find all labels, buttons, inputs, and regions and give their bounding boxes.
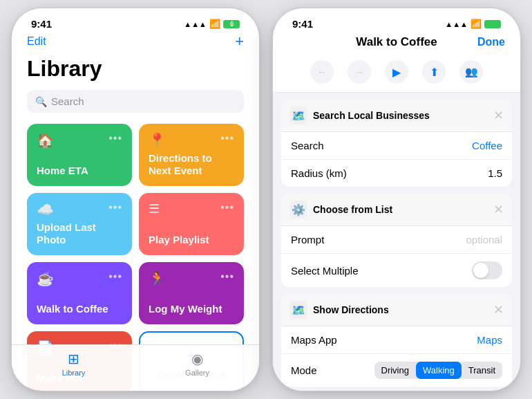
left-phone: 9:41 ▲▲▲ 📶 ὐ‍ Edit + Library 🔍 Search 🏠 … bbox=[11, 8, 260, 391]
maps-app-label: Maps App bbox=[291, 334, 337, 346]
maps-app-value[interactable]: Maps bbox=[477, 334, 502, 346]
mode-buttons: Driving Walking Transit bbox=[374, 362, 502, 379]
shortcut-directions[interactable]: 📍 ••• Directions to Next Event bbox=[139, 124, 244, 186]
share-button[interactable]: ⬆ bbox=[422, 60, 446, 84]
transit-button[interactable]: Transit bbox=[462, 362, 502, 379]
done-button[interactable]: Done bbox=[477, 36, 505, 48]
home-eta-menu[interactable]: ••• bbox=[108, 132, 122, 145]
play-button[interactable]: ▶ bbox=[385, 60, 408, 84]
battery-icon: ὐ‍ bbox=[223, 20, 240, 28]
library-search[interactable]: 🔍 Search bbox=[27, 90, 244, 113]
upload-photo-icon: ☁️ bbox=[37, 201, 54, 218]
play-playlist-label: Play Playlist bbox=[149, 234, 234, 247]
search-local-title: Search Local Businesses bbox=[313, 110, 430, 121]
search-icon: 🔍 bbox=[35, 96, 47, 107]
upload-photo-menu[interactable]: ••• bbox=[108, 201, 122, 214]
action-choose-list: ⚙️ Choose from List ✕ Prompt optional Se… bbox=[281, 194, 512, 287]
right-status-bar: 9:41 ▲▲▲ 📶 bbox=[273, 8, 520, 33]
show-directions-close[interactable]: ✕ bbox=[493, 302, 504, 317]
search-value[interactable]: Coffee bbox=[472, 140, 502, 151]
play-playlist-icon: ☰ bbox=[149, 201, 160, 216]
directions-header-left: 🗺️ Show Directions bbox=[289, 301, 389, 319]
select-multiple-row: Select Multiple bbox=[281, 254, 512, 287]
home-eta-label: Home ETA bbox=[37, 165, 122, 178]
action-search-local: 🗺️ Search Local Businesses ✕ Search Coff… bbox=[281, 100, 512, 187]
choose-list-icon: ⚙️ bbox=[289, 201, 307, 219]
search-row: Search Coffee bbox=[281, 132, 512, 160]
tab-bar: ⊞ Library ◉ Gallery bbox=[12, 344, 259, 391]
phones-container: 9:41 ▲▲▲ 📶 ὐ‍ Edit + Library 🔍 Search 🏠 … bbox=[11, 8, 521, 391]
show-directions-title: Show Directions bbox=[313, 304, 389, 315]
shortcut-walk-coffee[interactable]: ☕ ••• Walk to Coffee bbox=[27, 262, 132, 324]
search-label: Search bbox=[291, 140, 324, 151]
right-wifi-icon: 📶 bbox=[471, 19, 482, 29]
shortcut-log-weight[interactable]: 🏃 ••• Log My Weight bbox=[139, 262, 244, 324]
walking-button[interactable]: Walking bbox=[416, 362, 462, 379]
redo-button[interactable]: → bbox=[348, 60, 371, 84]
directions-menu[interactable]: ••• bbox=[220, 132, 234, 145]
signal-icon: ▲▲▲ bbox=[184, 20, 207, 28]
action-search-local-header: 🗺️ Search Local Businesses ✕ bbox=[281, 100, 512, 132]
choose-header-left: ⚙️ Choose from List bbox=[289, 201, 392, 219]
driving-button[interactable]: Driving bbox=[374, 362, 416, 379]
left-status-icons: ▲▲▲ 📶 ὐ‍ bbox=[184, 19, 240, 29]
action-header-left: 🗺️ Search Local Businesses bbox=[289, 106, 430, 124]
editor-toolbar: ← → ▶ ⬆ 👥 bbox=[273, 56, 520, 93]
search-local-icon: 🗺️ bbox=[289, 106, 307, 124]
right-signal-icon: ▲▲▲ bbox=[445, 20, 468, 28]
log-weight-label: Log My Weight bbox=[149, 303, 234, 316]
action-show-directions: 🗺️ Show Directions ✕ Maps App Maps Mode … bbox=[281, 294, 512, 387]
radius-row: Radius (km) 1.5 bbox=[281, 160, 512, 187]
search-local-close[interactable]: ✕ bbox=[493, 108, 504, 123]
right-time: 9:41 bbox=[292, 18, 313, 30]
mode-label: Mode bbox=[291, 364, 317, 376]
select-multiple-label: Select Multiple bbox=[291, 265, 359, 277]
library-tab-icon: ⊞ bbox=[68, 351, 79, 367]
upload-photo-label: Upload Last Photo bbox=[37, 221, 122, 248]
radius-value[interactable]: 1.5 bbox=[488, 167, 502, 179]
directions-label: Directions to Next Event bbox=[149, 152, 234, 178]
action-choose-header: ⚙️ Choose from List ✕ bbox=[281, 194, 512, 226]
tab-library[interactable]: ⊞ Library bbox=[12, 351, 135, 377]
walk-coffee-menu[interactable]: ••• bbox=[108, 270, 122, 283]
show-directions-icon: 🗺️ bbox=[289, 301, 307, 319]
undo-button[interactable]: ← bbox=[310, 60, 334, 84]
maps-app-row: Maps App Maps bbox=[281, 326, 512, 354]
shortcut-actions-list: 🗺️ Search Local Businesses ✕ Search Coff… bbox=[273, 93, 520, 391]
spacer bbox=[273, 387, 520, 391]
shortcut-upload-photo[interactable]: ☁️ ••• Upload Last Photo bbox=[27, 193, 132, 255]
library-header: Edit + bbox=[12, 33, 259, 56]
right-battery-icon bbox=[484, 20, 501, 28]
library-tab-label: Library bbox=[62, 369, 86, 377]
shortcut-home-eta[interactable]: 🏠 ••• Home ETA bbox=[27, 124, 132, 186]
directions-icon: 📍 bbox=[149, 132, 166, 149]
right-status-icons: ▲▲▲ 📶 bbox=[445, 19, 501, 29]
gallery-tab-icon: ◉ bbox=[191, 351, 203, 367]
shortcut-play-playlist[interactable]: ☰ ••• Play Playlist bbox=[139, 193, 244, 255]
shortcut-title: Walk to Coffee bbox=[288, 35, 505, 49]
add-shortcut-button[interactable]: + bbox=[235, 33, 244, 50]
left-status-bar: 9:41 ▲▲▲ 📶 ὐ‍ bbox=[12, 8, 259, 33]
right-phone: 9:41 ▲▲▲ 📶 Walk to Coffee Done ← → ▶ ⬆ 👥 bbox=[272, 8, 521, 391]
choose-list-close[interactable]: ✕ bbox=[493, 202, 504, 217]
walk-coffee-label: Walk to Coffee bbox=[37, 303, 122, 316]
home-eta-icon: 🏠 bbox=[37, 132, 54, 149]
prompt-row: Prompt optional bbox=[281, 226, 512, 254]
library-title: Library bbox=[12, 56, 259, 90]
wifi-icon: 📶 bbox=[209, 19, 220, 29]
select-multiple-toggle[interactable] bbox=[472, 261, 502, 279]
search-placeholder: Search bbox=[51, 95, 84, 107]
play-playlist-menu[interactable]: ••• bbox=[220, 201, 234, 214]
shortcut-editor-header: Walk to Coffee Done bbox=[273, 33, 520, 56]
log-weight-icon: 🏃 bbox=[149, 270, 166, 287]
edit-button[interactable]: Edit bbox=[27, 35, 46, 48]
walk-coffee-icon: ☕ bbox=[37, 270, 54, 287]
left-time: 9:41 bbox=[31, 18, 52, 30]
tab-gallery[interactable]: ◉ Gallery bbox=[135, 351, 259, 377]
mode-row: Mode Driving Walking Transit bbox=[281, 354, 512, 387]
people-button[interactable]: 👥 bbox=[459, 60, 483, 84]
action-directions-header: 🗺️ Show Directions ✕ bbox=[281, 294, 512, 326]
log-weight-menu[interactable]: ••• bbox=[220, 270, 234, 283]
gallery-tab-label: Gallery bbox=[185, 369, 209, 377]
prompt-value[interactable]: optional bbox=[466, 234, 502, 245]
